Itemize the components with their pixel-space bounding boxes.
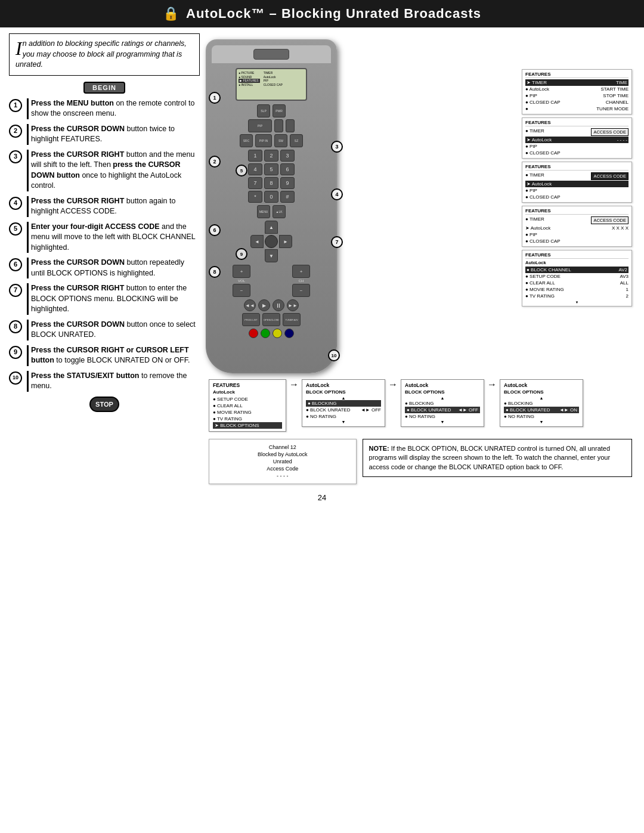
pause-button[interactable]: ⏸ xyxy=(273,299,284,311)
rm4-row-pip: ● PIP xyxy=(525,231,628,238)
rm3-access: ACCESS CODE xyxy=(591,172,628,180)
btn-3[interactable]: 3 xyxy=(280,150,295,162)
freeze-button[interactable] xyxy=(274,119,283,132)
dpad-left[interactable]: ◄ xyxy=(250,235,264,248)
arrow-3: → xyxy=(487,379,497,390)
ff-button[interactable]: ►► xyxy=(287,299,299,311)
move-button[interactable] xyxy=(286,119,295,132)
begin-badge: BEGIN xyxy=(83,82,125,94)
size-button[interactable]: SZ xyxy=(290,134,303,147)
dpad: ▲ ▼ ◄ ► xyxy=(250,221,292,262)
step-8-text: Press the CURSOR DOWN button once to sel… xyxy=(27,320,200,340)
open-close-button[interactable]: OPEN/CLOSE xyxy=(262,313,280,326)
play-button[interactable]: ▶ xyxy=(258,299,270,311)
step-9: 9 Press the CURSOR RIGHT or CURSOR LEFT … xyxy=(9,345,200,366)
btn-hash[interactable]: # xyxy=(280,191,295,203)
pip-input-button[interactable]: PIP IN xyxy=(255,134,272,147)
blue-button[interactable] xyxy=(284,329,294,338)
rm2-access: ACCESS CODE xyxy=(591,128,628,136)
bom2-row-blocking: ● BLOCKING xyxy=(405,400,480,407)
step-6-bold: Press the CURSOR DOWN xyxy=(31,258,125,267)
bottom-menus-row: FEATURES AutoLock ● SETUP CODE ● CLEAR A… xyxy=(206,379,635,432)
btn-4[interactable]: 4 xyxy=(248,163,262,175)
rew-button[interactable]: ◄◄ xyxy=(244,299,256,311)
tuner-av-button[interactable]: TUNER A/V xyxy=(283,313,301,326)
btn-5[interactable]: 5 xyxy=(264,163,278,175)
btn-2[interactable]: 2 xyxy=(264,150,278,162)
remote-screen: ● PICTURE ● SOUND ▶ FEATURES ● INSTALL T… xyxy=(236,68,307,101)
rm2-row-cc: ● CLOSED CAP xyxy=(525,150,628,156)
rm4-access: ACCESS CODE xyxy=(591,216,628,224)
swap-button[interactable]: SW xyxy=(274,134,287,147)
btn-0[interactable]: 0 xyxy=(264,191,278,203)
overlay-num-7: 7 xyxy=(331,236,343,248)
bom1-row-no-rating: ● NO RATING xyxy=(306,413,381,420)
rm5-row-clear: ● CLEAR ALLALL xyxy=(525,280,628,286)
bom1-row-blocking: ● BLOCKING xyxy=(306,400,381,407)
rm3-row-cc: ● CLOSED CAP xyxy=(525,194,628,200)
bom3-row-block-unrated: ● BLOCK UNRATED◄► ON xyxy=(504,407,579,413)
channel-line-3: Unrated xyxy=(214,459,351,465)
dpad-right[interactable]: ► xyxy=(279,235,292,248)
pip-button[interactable]: PIP xyxy=(248,119,272,132)
rm1-row-timer: ➤ TIMERTIME xyxy=(525,79,628,86)
sleep-button[interactable]: SLP xyxy=(257,104,270,117)
lock-button[interactable]: ▲LK xyxy=(273,205,286,218)
overlay-num-1: 1 xyxy=(209,92,221,104)
step-7-text: Press the CURSOR RIGHT button to enter t… xyxy=(27,283,200,315)
step-10-bold: Press the STATUS/EXIT button xyxy=(31,371,140,380)
btn-1[interactable]: 1 xyxy=(248,150,262,162)
step-8-bold: Press the CURSOR DOWN xyxy=(31,320,125,329)
btn-9[interactable]: 9 xyxy=(280,177,295,189)
dpad-center[interactable] xyxy=(265,235,278,248)
rm3-title: FEATURES xyxy=(525,164,628,171)
btn-8[interactable]: 8 xyxy=(264,177,278,189)
vol-up[interactable]: + xyxy=(233,265,250,278)
red-button[interactable] xyxy=(249,329,258,338)
bom3-row-no-rating: ● NO RATING xyxy=(504,413,579,420)
overlay-num-5: 5 xyxy=(236,165,247,176)
arrow-2: → xyxy=(388,379,398,390)
overlay-num-9: 9 xyxy=(236,248,247,260)
bom1-row-block-unrated: ● BLOCK UNRATED◄► OFF xyxy=(306,407,381,413)
step-5-bold: Enter your four-digit ACCESS CODE xyxy=(31,222,160,231)
right-side-menus: FEATURES ➤ TIMERTIME ● AutoLockSTART TIM… xyxy=(522,69,632,306)
step-7-num: 7 xyxy=(9,284,22,297)
vol-down[interactable]: − xyxy=(233,284,250,297)
step-3-text: Press the CURSOR RIGHT button and the me… xyxy=(27,150,200,191)
source-button[interactable]: SRC xyxy=(240,134,253,147)
left-panel: I n addition to blocking specific rating… xyxy=(9,33,200,484)
btn-star[interactable]: * xyxy=(248,191,262,203)
step-3-bold: Press the CURSOR RIGHT xyxy=(31,150,124,159)
power-button[interactable]: PWR xyxy=(273,104,286,117)
channel-line-5: - - - - xyxy=(214,473,351,479)
btn-7[interactable]: 7 xyxy=(248,177,262,189)
lock-icon: 🔒 xyxy=(163,6,179,21)
bfm-row-movie: ● MOVIE RATING xyxy=(213,409,282,416)
dpad-up[interactable]: ▲ xyxy=(265,221,278,234)
step-2-num: 2 xyxy=(9,125,22,138)
block-options-menu-1: AutoLock BLOCK OPTIONS ▲ ● BLOCKING ● BL… xyxy=(302,379,385,427)
overlay-num-6: 6 xyxy=(209,224,221,236)
rm1-title: FEATURES xyxy=(525,72,628,78)
yellow-button[interactable] xyxy=(273,329,282,338)
rm1-row-cc: ● CLOSED CAPCHANNEL xyxy=(525,99,628,106)
ch-up[interactable]: + xyxy=(292,265,310,278)
rm5-row-movie: ● MOVIE RATING1 xyxy=(525,286,628,293)
ch-down[interactable]: − xyxy=(292,284,310,297)
bom2-subtitle: BLOCK OPTIONS xyxy=(405,389,480,395)
bom1-title: AutoLock xyxy=(306,382,381,388)
step-8-num: 8 xyxy=(9,320,22,333)
step-3: 3 Press the CURSOR RIGHT button and the … xyxy=(9,150,200,191)
green-button[interactable] xyxy=(261,329,270,338)
dpad-down[interactable]: ▼ xyxy=(265,249,278,262)
btn-6[interactable]: 6 xyxy=(280,163,295,175)
rm2-row-pip: ● PIP xyxy=(525,143,628,150)
overlay-num-10: 10 xyxy=(328,349,340,361)
rm1-row-blank: ●TUNER MODE xyxy=(525,106,628,112)
bom3-title: AutoLock xyxy=(504,382,579,388)
menu-button[interactable]: MENU xyxy=(257,205,270,218)
source-row: SRC PIP IN SW SZ xyxy=(212,134,331,147)
prog-list-button[interactable]: PROG LIST xyxy=(242,313,260,326)
step-2-bold: Press the CURSOR DOWN xyxy=(31,125,125,133)
